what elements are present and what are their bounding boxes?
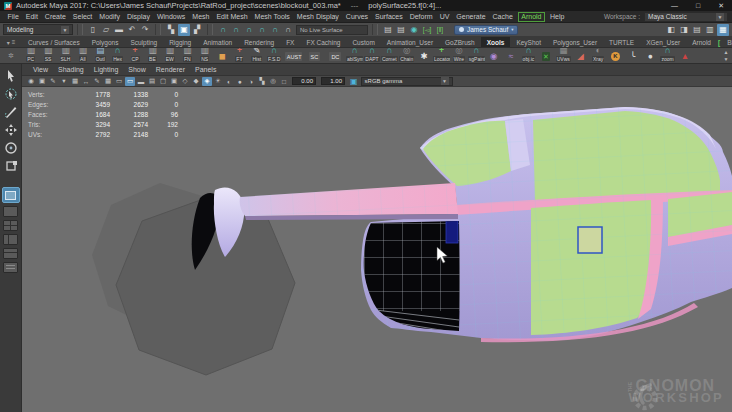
menu-item[interactable]: Cache: [489, 11, 516, 22]
isolate-select-icon[interactable]: ◎: [268, 77, 278, 86]
attribute-editor-icon[interactable]: ▤: [691, 24, 703, 36]
launch-render-view-icon[interactable]: [◅]: [421, 24, 433, 36]
shelf-tab[interactable]: Animation: [197, 37, 238, 47]
single-pane-layout-button[interactable]: [2, 187, 20, 203]
shelf-button[interactable]: K: [607, 52, 624, 62]
paint-selection-tool[interactable]: [3, 104, 19, 119]
shelf-menu[interactable]: ▾ ≡: [0, 37, 22, 47]
shelf-button[interactable]: ▥ NS: [196, 48, 213, 62]
menu-set-dropdown[interactable]: Modeling ▼: [3, 24, 73, 35]
perspective-viewport[interactable]: Verts: 1778 1338 0 Edges: 3459 2629 0 Fa…: [22, 87, 732, 412]
selected-face-highlight[interactable]: [578, 227, 602, 253]
shelf-button[interactable]: ◐ Xray: [589, 48, 606, 62]
shelf-button[interactable]: ∩ Comet: [381, 48, 398, 62]
menu-item[interactable]: Curves: [342, 11, 371, 22]
bookmark-icon[interactable]: ▾: [59, 77, 69, 86]
grid-icon[interactable]: ▦: [103, 77, 113, 86]
panel-menu-item[interactable]: Shading: [53, 66, 89, 73]
menu-item[interactable]: Windows: [153, 11, 188, 22]
select-object-icon[interactable]: ▣: [178, 24, 190, 36]
shelf-tab[interactable]: Rendering: [238, 37, 280, 47]
menu-item[interactable]: UV: [436, 11, 453, 22]
pause-viewport-icon[interactable]: [‖]: [434, 24, 446, 36]
outliner-layout-button[interactable]: [3, 262, 18, 273]
lights-icon[interactable]: ☀: [213, 77, 223, 86]
two-pane-side-layout-button[interactable]: [3, 234, 18, 245]
occlusion-icon[interactable]: ●: [235, 77, 245, 86]
character-controls-icon[interactable]: ◨: [678, 24, 690, 36]
color-management-icon[interactable]: ▣: [350, 77, 358, 86]
shelf-button[interactable]: ≈: [502, 52, 519, 62]
lock-camera-icon[interactable]: ▣: [37, 77, 47, 86]
menu-item[interactable]: Help: [547, 11, 568, 22]
shelf-scroll[interactable]: ▲ ▼: [720, 48, 732, 63]
shelf-button[interactable]: ▤ Outl: [92, 48, 109, 62]
render-settings-icon[interactable]: ◉: [408, 24, 420, 36]
shelf-button[interactable]: ◉: [485, 52, 502, 62]
shelf-button[interactable]: ◢: [572, 52, 589, 62]
shelf-tab[interactable]: Xools: [481, 37, 511, 47]
tool-settings-icon[interactable]: ▥: [704, 24, 716, 36]
camera-attributes-icon[interactable]: ✎: [48, 77, 58, 86]
xray-display-icon[interactable]: □: [279, 77, 289, 86]
select-component-icon[interactable]: ▞: [191, 24, 203, 36]
shelf-button[interactable]: ∩ DAPT: [363, 48, 380, 62]
select-tool[interactable]: [3, 68, 19, 83]
menu-item[interactable]: File: [4, 11, 22, 22]
scroll-down-icon[interactable]: ▼: [724, 56, 729, 62]
menu-item[interactable]: Edit: [22, 11, 41, 22]
panel-menu-item[interactable]: Lighting: [89, 66, 124, 73]
shelf-button[interactable]: ●: [642, 52, 659, 62]
shelf-tab[interactable]: Curves / Surfaces: [22, 37, 86, 47]
shelf-options-icon[interactable]: ✲: [0, 48, 22, 63]
snap-point-icon[interactable]: ∩: [243, 24, 255, 36]
shelf-tab[interactable]: FX: [280, 37, 300, 47]
two-pane-stacked-layout-button[interactable]: [3, 248, 18, 259]
snap-view-plane-icon[interactable]: ∩: [269, 24, 281, 36]
view-transform-dropdown[interactable]: sRGB gamma ▼: [361, 77, 453, 86]
shelf-button[interactable]: ▥ BE: [144, 48, 161, 62]
menu-item[interactable]: Display: [123, 11, 153, 22]
panel-menu-item[interactable]: Renderer: [151, 66, 190, 73]
rotate-tool[interactable]: [3, 140, 19, 155]
shelf-tab[interactable]: Sculpting: [124, 37, 163, 47]
make-live-icon[interactable]: ∩: [282, 24, 294, 36]
shelf-button[interactable]: ▥ All: [74, 48, 91, 62]
menu-item[interactable]: Create: [41, 11, 69, 22]
shelf-button[interactable]: ∩ Hex: [109, 48, 126, 62]
four-pane-layout-button[interactable]: [3, 220, 18, 231]
new-scene-icon[interactable]: ▯: [87, 24, 99, 36]
divider[interactable]: [77, 24, 83, 35]
redo-icon[interactable]: ↷: [139, 24, 151, 36]
panel-menu-item[interactable]: Show: [123, 66, 151, 73]
menu-item[interactable]: Generate: [453, 11, 489, 22]
snap-curve-icon[interactable]: ∩: [230, 24, 242, 36]
ipr-render-icon[interactable]: ▤: [395, 24, 407, 36]
shelf-button[interactable]: AUST: [283, 51, 304, 62]
shelf-button[interactable]: ◼: [213, 52, 230, 62]
save-scene-icon[interactable]: ▬: [113, 24, 125, 36]
shelf-button[interactable]: + CP: [126, 48, 143, 62]
snap-projected-center-icon[interactable]: ∩: [256, 24, 268, 36]
move-tool[interactable]: [3, 122, 19, 137]
shelf-button[interactable]: SC: [304, 51, 325, 62]
shelf-button[interactable]: ▥ PC: [22, 48, 39, 62]
close-button[interactable]: ✕: [718, 2, 724, 10]
shelf-button[interactable]: ╰: [624, 52, 641, 62]
panel-menu-item[interactable]: Panels: [190, 66, 221, 73]
field-chart-icon[interactable]: ▤: [147, 77, 157, 86]
scroll-up-icon[interactable]: ▲: [724, 49, 729, 55]
shelf-tab[interactable]: Custom: [346, 37, 380, 47]
shelf-button[interactable]: ▥ EW: [161, 48, 178, 62]
shaded-icon[interactable]: ◆: [191, 77, 201, 86]
exposure-field[interactable]: 0.00: [292, 77, 316, 85]
modeling-toolkit-icon[interactable]: ◧: [665, 24, 677, 36]
menu-item[interactable]: Select: [69, 11, 95, 22]
menu-item[interactable]: Mesh: [189, 11, 213, 22]
image-plane-icon[interactable]: ▦: [70, 77, 80, 86]
menu-item[interactable]: Deform: [406, 11, 436, 22]
shelf-button[interactable]: ◎ Wire: [450, 48, 467, 62]
shelf-tab[interactable]: Rigging: [163, 37, 197, 47]
panel-menu-item[interactable]: View: [28, 66, 53, 73]
shelf-button[interactable]: ∩ obj.ic: [520, 48, 537, 62]
